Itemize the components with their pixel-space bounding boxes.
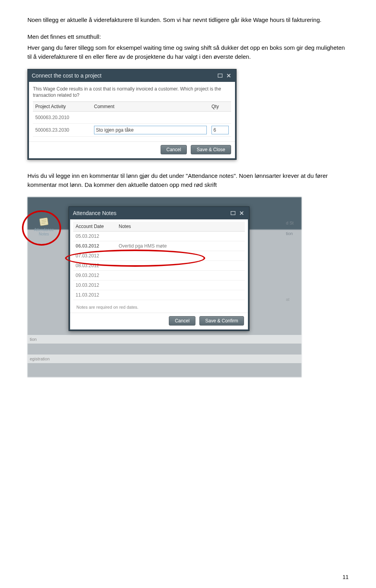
- bg-text: tion: [27, 335, 302, 344]
- connect-cost-dialog: Connect the cost to a project This Wage …: [27, 69, 237, 160]
- date-cell: 05.03.2012: [73, 232, 116, 241]
- note-cell[interactable]: [116, 271, 245, 280]
- maximize-icon[interactable]: [217, 72, 224, 79]
- activity-cell: 500063.23.2030: [35, 126, 89, 134]
- cancel-button[interactable]: Cancel: [161, 145, 187, 154]
- comment-input[interactable]: [94, 126, 207, 134]
- comment-cell[interactable]: [94, 116, 207, 119]
- dialog-title: Connect the cost to a project: [32, 72, 215, 79]
- figure-connect-cost: Connect the cost to a project This Wage …: [27, 69, 349, 160]
- paragraph-3: Hver gang du fører tillegg som for eksem…: [27, 43, 349, 61]
- cost-table: Project Activity Comment Qty 500063.20.2…: [33, 101, 231, 137]
- col-comment: Comment: [92, 102, 209, 112]
- date-cell: 11.03.2012: [73, 290, 116, 300]
- date-cell: 06.03.2012: [73, 241, 116, 251]
- svg-rect-0: [218, 74, 222, 78]
- attendance-notes-dialog: Attendance Notes Account Date Notes 05.0…: [69, 206, 249, 331]
- col-account-date: Account Date: [73, 222, 116, 232]
- maximize-icon[interactable]: [230, 210, 237, 216]
- dialog-intro: This Wage Code results in a cost that is…: [33, 86, 231, 98]
- note-cell[interactable]: [116, 280, 245, 290]
- table-row[interactable]: 09.03.2012: [73, 271, 245, 280]
- cancel-button[interactable]: Cancel: [169, 316, 195, 326]
- dialog-title: Attendance Notes: [73, 210, 228, 216]
- qty-cell[interactable]: [212, 116, 229, 119]
- bg-text: d St: [284, 219, 302, 227]
- figure-attendance-notes: d St tion at tion egistration Attendance…: [27, 197, 302, 377]
- bg-text: at: [284, 295, 302, 304]
- date-cell: 09.03.2012: [73, 271, 116, 280]
- paragraph-4: Hvis du vil legge inn en kommentar til l…: [27, 172, 349, 189]
- save-confirm-button[interactable]: Save & Confirm: [199, 316, 244, 326]
- note-cell[interactable]: [116, 290, 245, 300]
- notes-footer: Notes are required on red dates.: [73, 300, 245, 312]
- table-row[interactable]: 11.03.2012: [73, 290, 245, 300]
- col-project-activity: Project Activity: [33, 102, 92, 112]
- close-icon[interactable]: [225, 72, 232, 79]
- table-row[interactable]: 05.03.2012: [73, 232, 245, 241]
- dialog-titlebar: Attendance Notes: [69, 207, 249, 219]
- table-row[interactable]: 06.03.2012Overtid pga HMS møte: [73, 241, 245, 251]
- qty-input[interactable]: [212, 126, 229, 134]
- col-qty: Qty: [209, 102, 231, 112]
- col-notes: Notes: [116, 222, 245, 232]
- table-row[interactable]: 10.03.2012: [73, 280, 245, 290]
- table-row: 500063.20.2010: [33, 112, 231, 124]
- note-cell[interactable]: [116, 232, 245, 241]
- date-cell: 10.03.2012: [73, 280, 116, 290]
- svg-rect-5: [231, 212, 235, 215]
- paragraph-2: Men det finnes ett smutthull:: [27, 33, 349, 42]
- bg-text: tion: [284, 229, 302, 238]
- activity-cell: 500063.20.2010: [35, 114, 89, 121]
- table-row: 500063.23.2030: [33, 124, 231, 137]
- annotation-circle-icon: [22, 210, 61, 246]
- bg-text: egistration: [27, 355, 302, 363]
- dialog-titlebar: Connect the cost to a project: [28, 69, 236, 82]
- save-close-button[interactable]: Save & Close: [191, 145, 231, 154]
- paragraph-1: Noen tillegg er aktuelle å viderefakture…: [27, 16, 349, 25]
- close-icon[interactable]: [238, 210, 245, 216]
